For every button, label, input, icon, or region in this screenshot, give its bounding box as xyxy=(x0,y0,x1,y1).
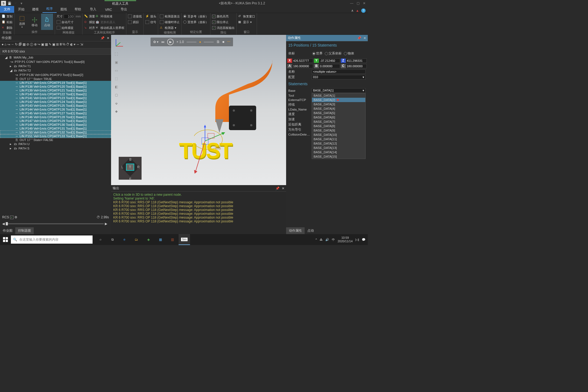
radio-parent[interactable]: 父系坐标 xyxy=(325,51,342,56)
network-icon[interactable]: 🖧 xyxy=(320,238,323,241)
radio-world[interactable]: 世界 xyxy=(312,51,323,56)
align-button[interactable]: ↘对齐 xyxy=(84,25,95,30)
tab-help[interactable]: 帮助 xyxy=(71,6,85,13)
minimize-icon[interactable]: — xyxy=(350,1,353,5)
tb-icon[interactable]: ⊞ xyxy=(56,42,59,47)
b-input[interactable] xyxy=(319,64,340,68)
tb-icon[interactable]: ⊘ xyxy=(26,42,29,47)
tb-icon[interactable]: ⌂ xyxy=(4,42,6,47)
tb-icon[interactable]: 🗐 xyxy=(19,42,22,47)
dropdown-option[interactable]: BASE_DATA[6] xyxy=(312,115,365,120)
app-icon[interactable]: ◆ xyxy=(143,234,154,245)
taskbar-search[interactable]: 🔍 在这里输入你要搜索的内容 xyxy=(11,235,93,244)
taskview-icon[interactable]: ⧉ xyxy=(107,234,118,245)
tb-icon[interactable]: ↪ xyxy=(38,42,40,47)
tb-icon[interactable]: ▦ xyxy=(23,42,26,47)
close-icon[interactable]: ✕ xyxy=(282,186,284,190)
auto-dimension-checkbox[interactable]: 自动尺寸 xyxy=(57,19,81,25)
tree-node[interactable]: ▸🗁PATH U xyxy=(0,142,111,146)
tb-icon[interactable]: ▾ xyxy=(74,42,75,47)
env-calibration-button[interactable]: ♻环境校准 xyxy=(96,14,124,19)
close-icon[interactable]: ✕ xyxy=(107,36,109,40)
panel-output-checkbox[interactable]: 消息面板输出 xyxy=(212,25,235,30)
tree-node-lin[interactable]: →LIN P147 Vel=1m/s CPDATP129 Tool[1] Bas… xyxy=(0,119,111,123)
base-dropdown-list[interactable]: BASE_DATA[1]BASE_DATA[2]BASE_DATA[3]BASE… xyxy=(312,93,366,159)
snap-button[interactable]: ⊙捕捉 xyxy=(84,19,95,25)
view1-icon[interactable]: ▭ xyxy=(113,68,119,74)
y-input[interactable] xyxy=(319,59,340,63)
tray-icon[interactable]: |◁| xyxy=(355,238,359,241)
tree-node[interactable]: ▸🗁PATH T1 xyxy=(0,64,111,68)
tab-file[interactable]: 文件 xyxy=(0,6,14,13)
tree-node-lin[interactable]: →LIN P142 Vel=1m/s CPDATP124 Tool[1] Bas… xyxy=(0,100,111,104)
swap-robot-button[interactable]: 🤖更换机器人 xyxy=(96,19,124,25)
maximize-icon[interactable]: ▢ xyxy=(357,1,360,5)
dropdown-option[interactable]: BASE_DATA[1] xyxy=(312,93,365,98)
tab-program[interactable]: 程序 xyxy=(42,5,57,13)
move-gizmo[interactable]: 点动 xyxy=(194,125,243,176)
stop-on-collision-checkbox[interactable]: 碰撞时停止 xyxy=(160,19,180,25)
dropdown-option[interactable]: BASE_DATA[11] xyxy=(312,137,365,141)
tab-job-graph[interactable]: 作业图 xyxy=(0,227,15,234)
tb-icon[interactable]: Ⅲ xyxy=(60,42,62,47)
dropdown-option[interactable]: BASE_DATA[4] xyxy=(312,106,365,111)
copy-button[interactable]: 📄复制 xyxy=(2,14,13,19)
rcs-status[interactable]: RCS ⚙ xyxy=(2,215,17,219)
tb-icon[interactable]: ✎ xyxy=(49,42,51,47)
dropdown-option[interactable]: BASE_DATA[2] xyxy=(312,98,365,102)
iso-icon[interactable]: ◧ xyxy=(113,84,119,90)
tab-model[interactable]: 建模 xyxy=(28,6,42,13)
tree-node-lin[interactable]: →LIN P150 Vel=1m/s CPDATP132 Tool[1] Bas… xyxy=(0,130,111,134)
close-icon[interactable]: ✕ xyxy=(363,36,366,40)
tree-node-lin[interactable]: →LIN P149 Vel=1m/s CPDATP131 Tool[1] Bas… xyxy=(0,127,111,130)
app-icon[interactable]: S xyxy=(1,1,6,6)
tb-icon[interactable]: ↔ xyxy=(76,42,79,47)
world-coord-radio[interactable]: 至世界（坐标） xyxy=(183,19,209,25)
color-highlight-checkbox[interactable]: 颜色高亮 xyxy=(212,14,235,19)
collapse-ribbon-icon[interactable]: ∧ xyxy=(351,9,354,13)
tb-icon[interactable]: ⓘ xyxy=(30,42,33,47)
always-snap-checkbox[interactable]: 始终捕捉 xyxy=(57,25,81,30)
tree-node-lin[interactable]: →LIN P137 Vel=1m/s CPDATP119 Tool[1] Bas… xyxy=(0,81,111,85)
pin-icon[interactable]: 📌 xyxy=(357,36,361,40)
a-input[interactable] xyxy=(292,64,313,68)
tb-icon[interactable]: ↝ xyxy=(7,42,10,47)
shade-icon[interactable]: ⬙ xyxy=(113,100,119,106)
tb-icon[interactable]: ⏱ xyxy=(66,42,69,47)
tree-node-lin[interactable]: →LIN P146 Vel=1m/s CPDATP128 Tool[1] Bas… xyxy=(0,115,111,119)
detector-dropdown[interactable]: ⚠检测器 ▾ xyxy=(160,25,180,30)
undo-icon[interactable]: ↶ xyxy=(13,1,18,6)
x-input[interactable] xyxy=(292,59,313,63)
show-dropdown[interactable]: ▦显示 ▾ xyxy=(238,19,255,25)
tree-node-lin[interactable]: →LIN P139 Vel=1m/s CPDATP121 Tool[1] Bas… xyxy=(0,88,111,92)
detector-active-checkbox[interactable]: 检测器激活 xyxy=(160,14,180,19)
config-dropdown[interactable]: 010▾ xyxy=(312,75,366,79)
tree-node[interactable]: ⎘OUT 17 '' State= FALSE xyxy=(0,138,111,142)
tree-node-lin[interactable]: →LIN P145 Vel=1m/s CPDATP127 Tool[1] Bas… xyxy=(0,111,111,115)
tree-node-lin[interactable]: →LIN P151 Vel=1m/s CPDATP133 Tool[1] Bas… xyxy=(0,134,111,138)
connect-button[interactable]: ⚡接头 xyxy=(145,14,156,19)
fit-icon[interactable]: ▣ xyxy=(113,59,119,65)
dropdown-option[interactable]: BASE_DATA[3] xyxy=(312,102,365,106)
view2-icon[interactable]: ⬚ xyxy=(113,76,119,82)
tb-icon[interactable]: ● xyxy=(2,42,4,47)
dropdown-option[interactable]: BASE_DATA[12] xyxy=(312,141,365,146)
name-input[interactable] xyxy=(312,69,366,74)
show-trace-checkbox[interactable]: 跟踪 xyxy=(128,19,142,25)
tree-node-lin[interactable]: →LIN P138 Vel=1m/s CPDATP120 Tool[1] Bas… xyxy=(0,85,111,88)
volume-icon[interactable]: 🔊 xyxy=(325,238,329,241)
tree-node-lin[interactable]: →LIN P143 Vel=1m/s CPDATP125 Tool[1] Bas… xyxy=(0,104,111,108)
dropdown-option[interactable]: BASE_DATA[15] xyxy=(312,154,365,159)
tb-icon[interactable]: % xyxy=(63,42,66,47)
tree-node-main[interactable]: ◢🗎MAIN My_Job xyxy=(0,55,111,60)
tab-controller-graph[interactable]: 控制器图 xyxy=(15,227,34,234)
cortana-icon[interactable]: ○ xyxy=(95,234,106,245)
box-icon[interactable]: ▢ xyxy=(113,92,119,98)
z-input[interactable] xyxy=(346,59,367,63)
help-icon[interactable]: ? xyxy=(361,8,366,13)
tab-export[interactable]: 导出 xyxy=(117,6,131,13)
tree-node[interactable]: ↝PTP P1 CONT Vel=100% PDATP1 Tool[1] Bas… xyxy=(0,60,111,64)
system-tray[interactable]: ^ 🖧 🔊 中 10:59 2020/11/14 |◁| 💬 xyxy=(313,236,368,243)
tb-icon[interactable]: ▦ xyxy=(45,42,48,47)
tb-icon[interactable]: ▣ xyxy=(41,42,44,47)
